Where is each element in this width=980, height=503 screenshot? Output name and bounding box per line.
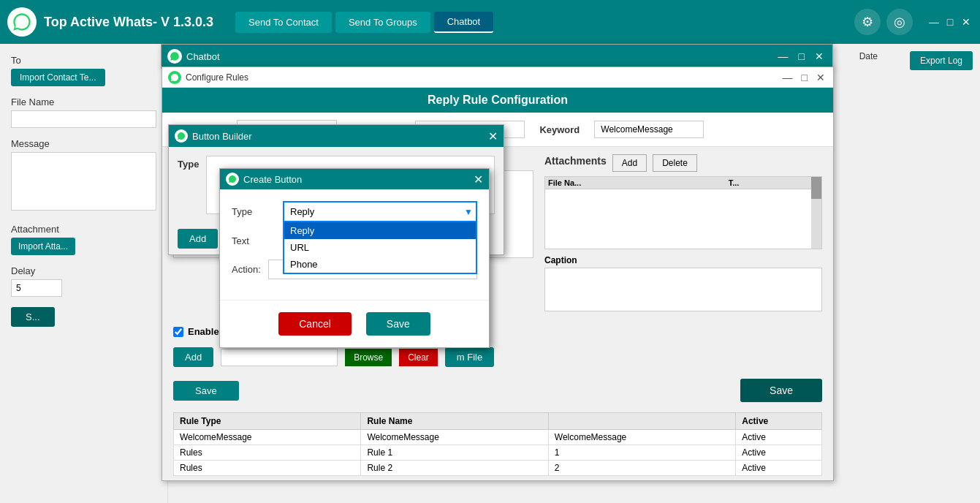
title-bar: Top Active Whats- V 1.3.0.3 Send To Cont… [0,0,980,44]
app-minimize[interactable]: — [927,15,941,29]
config-close[interactable]: ✕ [814,72,827,83]
nav-send-to-groups[interactable]: Send To Groups [335,12,430,33]
add-button[interactable]: Add [173,347,213,367]
config-maximize[interactable]: □ [799,72,810,83]
type-form-row: Type Reply URL Phone ▼ Reply URL Phone [232,201,477,222]
user-icon[interactable]: ◎ [886,9,913,35]
chatbot-window: Chatbot — □ ✕ Configure Rules — □ ✕ Repl… [161,44,833,69]
chatbot-title: Chatbot [186,51,771,62]
nav-send-to-contact[interactable]: Send To Contact [235,12,332,33]
attach-delete-btn[interactable]: Delete [653,154,697,172]
cell-keyword: 1 [548,445,735,461]
browse-btn[interactable]: Browse [345,349,392,366]
button-builder-title: Button Builder [192,131,484,142]
attach-col1: File Na... [548,178,729,187]
button-builder-title-bar: Button Builder ✕ [169,125,504,147]
button-builder-close[interactable]: ✕ [488,129,498,143]
table-row[interactable]: WelcomeMessage WelcomeMessage WelcomeMes… [174,430,822,445]
app-window: Top Active Whats- V 1.3.0.3 Send To Cont… [0,0,980,503]
config-minimize[interactable]: — [780,72,795,83]
table-row[interactable]: Rules Rule 2 2 Active [174,461,822,476]
cell-rule-name: Rule 2 [361,461,548,476]
keyword-label: Keyword [539,124,580,135]
cell-keyword: 2 [548,461,735,476]
attach-col2: T... [729,178,818,187]
config-logo [168,71,181,84]
message-textarea[interactable] [11,152,156,211]
bb-add-btn[interactable]: Add [178,229,218,249]
file-path-input[interactable] [221,349,338,366]
export-log-btn[interactable]: Export Log [910,51,973,70]
attach-scrollbar[interactable] [811,177,821,249]
create-btn-title: Create Button [243,174,469,185]
dropdown-option-reply[interactable]: Reply [284,222,476,239]
enabled-checkbox[interactable] [173,327,183,337]
reply-rule-config-header: Reply Rule Configuration [162,88,833,113]
settings-icon[interactable]: ⚙ [854,9,881,35]
cell-active: Active [736,445,822,461]
clear-btn[interactable]: Clear [399,349,438,366]
cell-active: Active [736,430,822,445]
save-dialog-btn[interactable]: Save [366,312,430,336]
to-field-row: To Import Contact Te... [11,55,156,86]
create-btn-actions: Cancel Save [220,300,489,347]
app-title: Top Active Whats- V 1.3.0.3 [44,15,213,30]
delay-input[interactable] [11,279,62,297]
config-title: Configure Rules [186,72,776,83]
attach-scrollbar-thumb [811,177,821,199]
create-btn-close[interactable]: ✕ [474,173,483,186]
to-label: To [11,55,156,66]
bb-type-label: Type [178,159,199,170]
cell-rule-name: Rule 1 [361,445,548,461]
chatbot-title-bar: Chatbot — □ ✕ [162,45,832,68]
cell-rule-type: Rules [174,445,361,461]
nav-bar: Send To Contact Send To Groups Chatbot [235,12,847,33]
create-btn-body: Type Reply URL Phone ▼ Reply URL Phone [220,189,489,300]
import-attachment-btn[interactable]: Import Atta... [11,238,75,255]
create-btn-title-bar: Create Button ✕ [220,169,489,189]
date-column-label: Date [859,51,878,61]
config-title-bar: Configure Rules — □ ✕ [162,67,833,88]
from-file-btn[interactable]: m File [445,347,494,367]
dropdown-option-phone[interactable]: Phone [284,256,476,273]
dropdown-option-url[interactable]: URL [284,239,476,256]
caption-textarea[interactable] [544,268,822,311]
import-contact-btn[interactable]: Import Contact Te... [11,69,105,86]
cell-keyword: WelcomeMessage [548,430,735,445]
chatbot-logo [167,49,182,64]
type-dropdown-list: Reply URL Phone [283,222,477,274]
config-save-btn[interactable]: Save [173,381,239,401]
type-label: Type [232,206,276,217]
delay-label: Delay [11,265,156,276]
type-select[interactable]: Reply URL Phone [283,201,477,222]
app-win-controls: — □ ✕ [927,15,973,29]
col-rule-name: Rule Name [361,413,548,430]
attachment-label: Attachment [11,224,156,235]
attachments-section: Attachments Add Delete File Na... T... [544,154,822,314]
chatbot-maximize[interactable]: □ [796,50,808,62]
chatbot-minimize[interactable]: — [775,50,791,62]
attach-list: File Na... T... [544,176,822,249]
rules-table: Rule Type Rule Name Active WelcomeMessag… [173,412,822,476]
message-label: Message [11,138,156,149]
file-name-input[interactable] [11,110,156,128]
table-row[interactable]: Rules Rule 1 1 Active [174,445,822,461]
config-big-save-btn[interactable]: Save [740,379,822,402]
cancel-btn[interactable]: Cancel [278,312,352,336]
col-active: Active [736,413,822,430]
message-field-row: Message [11,138,156,213]
col-rule-type: Rule Type [174,413,361,430]
app-close[interactable]: ✕ [960,15,973,29]
cell-rule-type: Rules [174,461,361,476]
keyword-input[interactable] [594,121,704,138]
attach-add-btn[interactable]: Add [612,154,647,172]
left-save-btn[interactable]: S... [11,307,55,327]
chatbot-close[interactable]: ✕ [812,50,827,62]
app-maximize[interactable]: □ [943,15,957,29]
left-panel: To Import Contact Te... File Name Messag… [0,44,168,503]
nav-chatbot[interactable]: Chatbot [434,12,494,33]
attach-list-header: File Na... T... [545,177,821,189]
cell-rule-name: WelcomeMessage [361,430,548,445]
caption-section: Caption [544,255,822,314]
create-btn-logo [226,173,239,186]
